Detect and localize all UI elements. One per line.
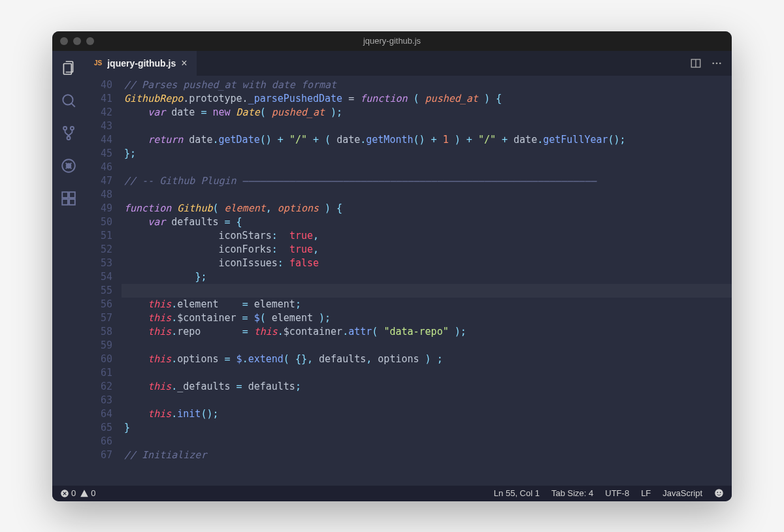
source-control-icon[interactable] <box>59 124 78 142</box>
svg-rect-8 <box>62 199 68 205</box>
svg-rect-10 <box>69 192 75 198</box>
svg-point-15 <box>719 62 721 64</box>
svg-point-13 <box>712 62 714 64</box>
errors-indicator[interactable]: 0 <box>60 488 76 498</box>
svg-point-19 <box>720 492 721 493</box>
tab-bar: JS jquery-github.js × <box>85 51 732 76</box>
feedback-icon[interactable] <box>714 488 724 498</box>
svg-point-17 <box>715 489 723 497</box>
window-controls <box>52 37 94 45</box>
svg-point-2 <box>63 126 67 129</box>
status-bar: 0 0 Ln 55, Col 1 Tab Size: 4 UTF-8 LF Ja… <box>52 486 732 501</box>
minimize-window-button[interactable] <box>73 37 81 45</box>
svg-point-14 <box>716 62 718 64</box>
code-content[interactable]: // Parses pushed_at with date formatGith… <box>124 76 732 486</box>
code-editor[interactable]: 4041424344454647484950515253545556575859… <box>85 76 732 486</box>
tab-jquery-github[interactable]: JS jquery-github.js × <box>85 51 197 76</box>
split-editor-icon[interactable] <box>690 57 702 69</box>
titlebar: jquery-github.js <box>52 31 732 51</box>
window-title: jquery-github.js <box>363 36 421 46</box>
svg-point-18 <box>717 492 718 493</box>
svg-rect-9 <box>69 199 75 205</box>
cursor-position[interactable]: Ln 55, Col 1 <box>494 488 540 498</box>
warnings-indicator[interactable]: 0 <box>80 488 95 498</box>
svg-line-1 <box>71 103 74 106</box>
svg-point-6 <box>67 163 71 168</box>
language-mode[interactable]: JavaScript <box>662 488 702 498</box>
svg-point-0 <box>63 95 73 104</box>
encoding[interactable]: UTF-8 <box>605 488 629 498</box>
tab-lang-badge: JS <box>94 59 102 67</box>
activity-bar <box>52 51 85 486</box>
extensions-icon[interactable] <box>59 189 78 208</box>
close-tab-icon[interactable]: × <box>181 57 187 69</box>
svg-point-3 <box>71 126 74 129</box>
more-actions-icon[interactable] <box>711 57 723 69</box>
tabbar-actions <box>690 51 732 76</box>
close-window-button[interactable] <box>60 37 68 45</box>
svg-rect-7 <box>62 192 68 198</box>
line-number-gutter: 4041424344454647484950515253545556575859… <box>85 76 124 486</box>
eol[interactable]: LF <box>641 488 651 498</box>
explorer-icon[interactable] <box>59 59 78 77</box>
debug-icon[interactable] <box>59 157 78 175</box>
maximize-window-button[interactable] <box>86 37 94 45</box>
tab-filename: jquery-github.js <box>107 58 176 69</box>
editor-area: JS jquery-github.js × 404142434445464748… <box>85 51 732 486</box>
editor-window: jquery-github.js JS <box>52 31 732 501</box>
svg-point-4 <box>67 136 71 140</box>
search-icon[interactable] <box>59 91 78 110</box>
tab-size[interactable]: Tab Size: 4 <box>551 488 593 498</box>
